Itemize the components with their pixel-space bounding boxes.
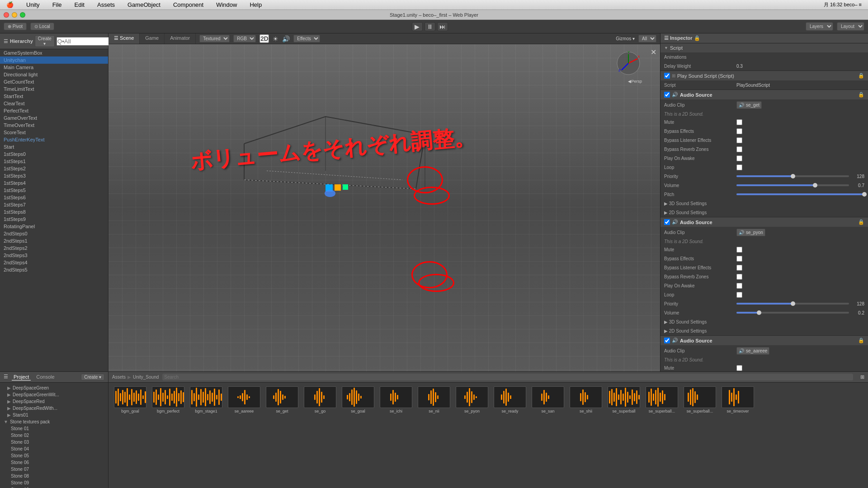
layout-select[interactable]: Layout (837, 22, 864, 31)
hierarchy-item-2ndsteps5[interactable]: 2ndSteps5 (0, 266, 108, 273)
audio1-lock[interactable]: 🔒 (858, 92, 864, 98)
hierarchy-item-1ststeps4[interactable]: 1stSteps4 (0, 179, 108, 187)
audio1-3d-row[interactable]: ▶ 3D Sound Settings (660, 199, 868, 208)
asset-se-goal[interactable]: se_goal (340, 386, 376, 488)
close-button[interactable] (4, 12, 9, 18)
audio1-mute-check[interactable] (736, 119, 742, 125)
audio3-enabled[interactable] (664, 338, 670, 343)
menu-gameobject[interactable]: GameObject (125, 0, 163, 9)
2d-button[interactable]: 2D (259, 34, 269, 43)
hierarchy-item-2ndsteps3[interactable]: 2ndSteps3 (0, 252, 108, 259)
app-name[interactable]: Unity (24, 0, 42, 9)
tab-scene[interactable]: ☰ Scene (108, 33, 140, 44)
hierarchy-item-gamesystembox[interactable]: GameSystemBox (0, 49, 108, 56)
tree-deepspacegreen[interactable]: ▶ DeepSpaceGreen (0, 385, 108, 391)
hierarchy-item-unitychan[interactable]: Unitychan (0, 56, 108, 64)
hierarchy-item-getcounttext[interactable]: GetCountText (0, 78, 108, 85)
tab-game[interactable]: Game (140, 33, 165, 44)
hierarchy-item-2ndsteps0[interactable]: 2ndSteps0 (0, 230, 108, 237)
asset-se-aareee[interactable]: se_aareee (226, 386, 262, 488)
asset-bgm-perfect[interactable]: bgm_perfect (150, 386, 186, 488)
audio1-bypass-check[interactable] (736, 128, 742, 134)
audio2-2d-row[interactable]: ▶ 2D Sound Settings (660, 326, 868, 335)
breadcrumb-unitysound[interactable]: Unity_Sound (133, 375, 159, 380)
asset-bgm-stage1[interactable]: bgm_stage1 (188, 386, 224, 488)
tab-project[interactable]: Project (12, 374, 31, 380)
asset-se-san[interactable]: se_san (530, 386, 566, 488)
menu-help[interactable]: Help (247, 0, 264, 9)
asset-se-ready[interactable]: se_ready (492, 386, 528, 488)
asset-se-superball2[interactable]: se_superball... (644, 386, 680, 488)
play-sound-lock[interactable]: 🔒 (858, 73, 864, 79)
lock-icon[interactable]: 🔒 (694, 35, 700, 41)
breadcrumb-assets[interactable]: Assets (112, 375, 126, 380)
assets-search[interactable] (162, 374, 853, 380)
hierarchy-item-1ststeps2[interactable]: 1stSteps2 (0, 165, 108, 172)
audio2-loop-check[interactable] (736, 292, 742, 298)
tree-stone07[interactable]: Stone 07 (0, 466, 108, 473)
audio2-playonawake-check[interactable] (736, 283, 742, 289)
asset-se-superball3[interactable]: se_superball... (682, 386, 718, 488)
audio-source-2-header[interactable]: 🔊 Audio Source 🔒 (660, 217, 868, 227)
hierarchy-create-button[interactable]: Create ▾ (35, 35, 55, 47)
tab-animator[interactable]: Animator (165, 33, 196, 44)
audio1-bypass-listener-check[interactable] (736, 137, 742, 143)
all-select[interactable]: All (638, 35, 656, 42)
hierarchy-item-starttext[interactable]: StartText (0, 93, 108, 100)
audio2-mute-check[interactable] (736, 247, 742, 253)
asset-se-get[interactable]: se_get (264, 386, 300, 488)
apple-menu[interactable]: 🍎 (4, 0, 16, 9)
hierarchy-item-1ststeps0[interactable]: 1stSteps0 (0, 150, 108, 158)
menu-window[interactable]: Window (213, 0, 240, 9)
hierarchy-item-scoretext[interactable]: ScoreText (0, 129, 108, 136)
tree-stone03[interactable]: Stone 03 (0, 439, 108, 446)
audio2-enabled[interactable] (664, 219, 670, 225)
script-section-header[interactable]: ▼ Script (660, 43, 868, 52)
audio2-lock[interactable]: 🔒 (858, 219, 864, 225)
tree-stone09[interactable]: Stone 09 (0, 479, 108, 486)
hierarchy-item-start[interactable]: Start (0, 143, 108, 150)
hierarchy-item-directionallight[interactable]: Directional light (0, 71, 108, 78)
tree-deepspaceredw[interactable]: ▶ DeepSpaceRedWith... (0, 405, 108, 412)
tree-stone04[interactable]: Stone 04 (0, 446, 108, 452)
hierarchy-item-cleartext[interactable]: ClearText (0, 100, 108, 107)
audio2-bypass-listener-check[interactable] (736, 265, 742, 271)
hierarchy-item-2ndsteps1[interactable]: 2ndSteps1 (0, 237, 108, 244)
tree-deepspacered[interactable]: ▶ DeepSpaceRed (0, 398, 108, 405)
layers-select[interactable]: Layers (806, 22, 833, 31)
asset-se-timeover[interactable]: se_timeover (720, 386, 756, 488)
audio1-loop-check[interactable] (736, 164, 742, 170)
audio2-bypass-check[interactable] (736, 256, 742, 262)
hierarchy-item-2ndsteps4[interactable]: 2ndSteps4 (0, 259, 108, 266)
hierarchy-item-1ststeps6[interactable]: 1stSteps6 (0, 194, 108, 201)
menu-assets[interactable]: Assets (94, 0, 118, 9)
rgb-select[interactable]: RGB (233, 35, 256, 42)
hierarchy-item-timeovertext[interactable]: TimeOverText (0, 122, 108, 129)
hierarchy-item-pushenterkeytext[interactable]: PushEnterKeyText (0, 136, 108, 143)
hierarchy-item-timelimittext[interactable]: TimeLimitText (0, 85, 108, 93)
minimize-button[interactable] (12, 12, 17, 18)
tree-stone02[interactable]: Stone 02 (0, 432, 108, 439)
hierarchy-item-1ststeps7[interactable]: 1stSteps7 (0, 201, 108, 208)
tree-stone06[interactable]: Stone 06 (0, 459, 108, 466)
asset-se-superball[interactable]: se_superball (606, 386, 642, 488)
asset-bgm-goal[interactable]: bgm_goal (112, 386, 148, 488)
hierarchy-item-1ststeps1[interactable]: 1stSteps1 (0, 158, 108, 165)
audio1-enabled[interactable] (664, 92, 670, 98)
audio1-playonawake-check[interactable] (736, 155, 742, 161)
textured-select[interactable]: Textured (199, 35, 230, 42)
hierarchy-item-1ststeps5[interactable]: 1stSteps5 (0, 187, 108, 194)
tree-stone01[interactable]: Stone 01 (0, 425, 108, 432)
tree-stonetextures[interactable]: ▼ Stone textures pack (0, 418, 108, 425)
scene-view[interactable]: ボリュームをそれぞれ調整。 X Y (108, 44, 660, 371)
audio1-2d-row[interactable]: ▶ 2D Sound Settings (660, 208, 868, 217)
tab-console[interactable]: Console (34, 374, 56, 380)
play-sound-checkbox[interactable] (664, 73, 670, 79)
hierarchy-item-rotatingpanel[interactable]: RotatingPanel (0, 223, 108, 230)
menu-edit[interactable]: Edit (72, 0, 87, 9)
effects-select[interactable]: Effects (293, 35, 320, 42)
hierarchy-item-maincamera[interactable]: Main Camera (0, 64, 108, 71)
hierarchy-item-perfecttext[interactable]: PerfectText (0, 107, 108, 114)
tree-deepspacegreenw[interactable]: ▶ DeepSpaceGreenWit... (0, 391, 108, 398)
asset-se-pyon[interactable]: se_pyon (454, 386, 490, 488)
